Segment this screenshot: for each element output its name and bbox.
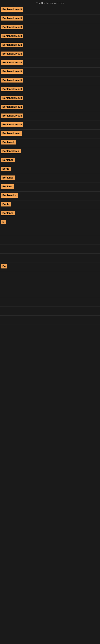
bottleneck-badge-12[interactable]: Bottleneck result: [1, 114, 23, 118]
bottleneck-badge-18[interactable]: Bottle: [1, 167, 11, 171]
bottleneck-badge-23[interactable]: Bottlenec: [1, 211, 15, 215]
bottleneck-row-10: Bottleneck result: [0, 94, 100, 103]
bottleneck-row-14: Bottleneck resu: [0, 130, 100, 138]
bottleneck-row-13: Bottleneck result: [0, 121, 100, 130]
bottleneck-row-34: [0, 307, 100, 316]
bottleneck-badge-0[interactable]: Bottleneck result: [1, 7, 23, 12]
bottleneck-row-26: [0, 236, 100, 245]
bottleneck-list: Bottleneck resultBottleneck resultBottle…: [0, 6, 100, 324]
bottleneck-row-24: B: [0, 218, 100, 227]
bottleneck-badge-16[interactable]: Bottleneck res: [1, 149, 21, 153]
bottleneck-badge-9[interactable]: Bottleneck result: [1, 87, 23, 91]
bottleneck-badge-2[interactable]: Bottleneck result: [1, 25, 23, 30]
bottleneck-row-33: [0, 298, 100, 307]
bottleneck-row-4: Bottleneck result: [0, 41, 100, 50]
bottleneck-row-23: Bottlenec: [0, 209, 100, 218]
bottleneck-row-16: Bottleneck res: [0, 147, 100, 156]
bottleneck-row-3: Bottleneck result: [0, 32, 100, 41]
bottleneck-row-25: [0, 227, 100, 236]
bottleneck-row-1: Bottleneck result: [0, 14, 100, 23]
bottleneck-row-12: Bottleneck result: [0, 112, 100, 121]
bottleneck-row-28: [0, 254, 100, 262]
bottleneck-badge-5[interactable]: Bottleneck result: [1, 52, 23, 56]
bottleneck-badge-14[interactable]: Bottleneck resu: [1, 131, 22, 136]
bottleneck-badge-1[interactable]: Bottleneck result: [1, 16, 23, 20]
bottleneck-row-31: [0, 280, 100, 289]
bottleneck-badge-6[interactable]: Bottleneck result: [1, 60, 23, 65]
bottleneck-badge-8[interactable]: Bottleneck result: [1, 78, 23, 82]
bottleneck-row-19: Bottlenec: [0, 174, 100, 183]
bottleneck-badge-22[interactable]: Bottle: [1, 202, 11, 206]
bottleneck-badge-29[interactable]: Bo: [1, 264, 7, 268]
bottleneck-row-7: Bottleneck result: [0, 68, 100, 76]
bottleneck-row-8: Bottleneck result: [0, 76, 100, 85]
bottleneck-row-32: [0, 289, 100, 298]
bottleneck-badge-4[interactable]: Bottleneck result: [1, 43, 23, 47]
bottleneck-badge-24[interactable]: B: [1, 220, 6, 224]
bottleneck-badge-10[interactable]: Bottleneck result: [1, 96, 23, 100]
bottleneck-row-22: Bottle: [0, 200, 100, 209]
bottleneck-row-11: Bottleneck result: [0, 103, 100, 112]
bottleneck-row-6: Bottleneck result: [0, 59, 100, 68]
bottleneck-badge-11[interactable]: Bottleneck result: [1, 105, 23, 109]
bottleneck-row-35: [0, 316, 100, 324]
bottleneck-row-0: Bottleneck result: [0, 6, 100, 14]
bottleneck-row-15: Bottleneck: [0, 138, 100, 147]
bottleneck-badge-21[interactable]: Bottleneck r: [1, 193, 18, 198]
bottleneck-row-5: Bottleneck result: [0, 50, 100, 59]
bottleneck-badge-19[interactable]: Bottlenec: [1, 176, 15, 180]
site-header: TheBottlenecker.com: [0, 0, 100, 6]
bottleneck-row-30: [0, 271, 100, 280]
bottleneck-row-9: Bottleneck result: [0, 85, 100, 94]
bottleneck-badge-15[interactable]: Bottleneck: [1, 140, 16, 144]
bottleneck-badge-13[interactable]: Bottleneck result: [1, 122, 23, 127]
bottleneck-row-21: Bottleneck r: [0, 192, 100, 200]
bottleneck-badge-7[interactable]: Bottleneck result: [1, 69, 23, 74]
bottleneck-row-2: Bottleneck result: [0, 23, 100, 32]
bottleneck-row-20: Bottlene: [0, 183, 100, 192]
bottleneck-row-17: Bottlenec: [0, 156, 100, 165]
bottleneck-row-18: Bottle: [0, 165, 100, 174]
bottleneck-badge-17[interactable]: Bottlenec: [1, 158, 15, 162]
bottleneck-badge-20[interactable]: Bottlene: [1, 184, 14, 189]
bottleneck-row-29: Bo: [0, 262, 100, 271]
bottleneck-row-27: [0, 245, 100, 254]
bottleneck-badge-3[interactable]: Bottleneck result: [1, 34, 23, 38]
